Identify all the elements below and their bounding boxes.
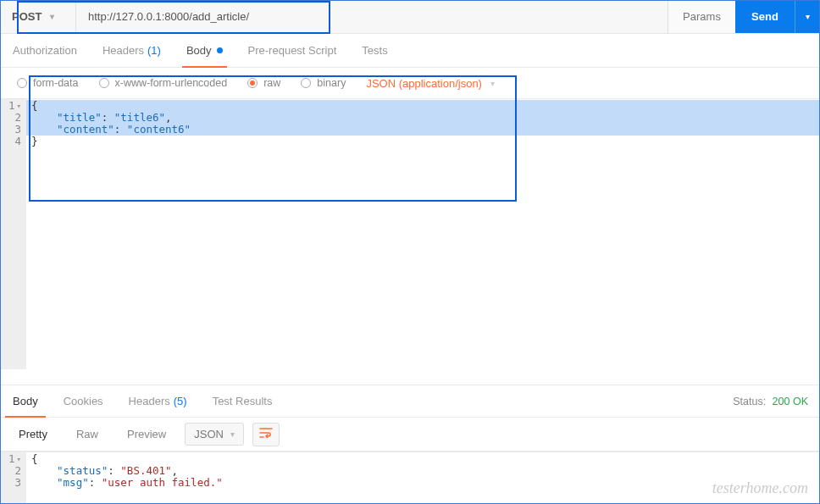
fold-icon: ▾ xyxy=(17,100,21,112)
response-format-select[interactable]: JSON ▾ xyxy=(185,423,244,446)
radio-label: raw xyxy=(263,77,280,89)
body-type-row: form-data x-www-form-urlencoded raw bina… xyxy=(0,68,820,98)
radio-label: x-www-form-urlencoded xyxy=(115,77,228,89)
request-tabs: Authorization Headers (1) Body Pre-reque… xyxy=(0,34,820,68)
tab-headers-label: Headers xyxy=(102,44,144,57)
content-type-select[interactable]: JSON (application/json) ▾ xyxy=(357,77,503,90)
chevron-down-icon: ▾ xyxy=(230,429,235,439)
radio-form-data[interactable]: form-data xyxy=(8,77,87,89)
tab-authorization[interactable]: Authorization xyxy=(0,34,90,67)
code-area[interactable]: { "status": "BS.401", "msg": "user auth … xyxy=(26,452,820,504)
radio-label: binary xyxy=(317,77,346,89)
send-button[interactable]: Send xyxy=(735,0,795,33)
code-text: "title" xyxy=(57,111,102,124)
resp-tab-body[interactable]: Body xyxy=(0,385,51,417)
response-view-row: Pretty Raw Preview JSON ▾ xyxy=(0,418,820,451)
code-text: "user auth failed." xyxy=(102,476,223,489)
tab-tests[interactable]: Tests xyxy=(349,34,400,67)
radio-icon xyxy=(99,78,109,88)
radio-binary[interactable]: binary xyxy=(292,77,354,89)
chevron-down-icon: ▾ xyxy=(50,12,54,21)
radio-icon xyxy=(17,78,27,88)
wrap-lines-button[interactable] xyxy=(252,423,280,446)
send-dropdown[interactable]: ▾ xyxy=(795,0,820,33)
chevron-down-icon: ▾ xyxy=(806,12,810,21)
radio-urlencoded[interactable]: x-www-form-urlencoded xyxy=(91,77,236,89)
tab-body-label: Body xyxy=(186,44,212,57)
code-text: "content6" xyxy=(127,123,191,136)
response-panel: Body Cookies Headers (5) Test Results St… xyxy=(0,385,820,504)
tab-headers[interactable]: Headers (1) xyxy=(90,34,174,67)
status-display: Status: 200 OK xyxy=(733,396,820,407)
resp-tab-headers[interactable]: Headers (5) xyxy=(116,385,200,417)
radio-raw[interactable]: raw xyxy=(239,77,289,89)
chevron-down-icon: ▾ xyxy=(490,79,495,88)
code-text: "title6" xyxy=(114,111,165,124)
tab-body[interactable]: Body xyxy=(174,34,235,67)
view-preview[interactable]: Preview xyxy=(117,423,176,446)
status-label: Status: xyxy=(733,396,766,407)
line-gutter: 1▾ 2 3 xyxy=(0,452,26,504)
code-text: { xyxy=(31,452,38,465)
tab-prerequest[interactable]: Pre-request Script xyxy=(235,34,350,67)
code-text: "content" xyxy=(57,123,114,136)
unsaved-dot-icon xyxy=(217,47,223,53)
radio-icon xyxy=(247,78,258,88)
code-text: { xyxy=(31,99,38,112)
radio-icon xyxy=(301,78,311,88)
headers-count: (1) xyxy=(147,44,161,57)
resp-tab-test-results[interactable]: Test Results xyxy=(200,385,285,417)
resp-tab-headers-label: Headers xyxy=(129,395,170,407)
response-body-editor[interactable]: 1▾ 2 3 { "status": "BS.401", "msg": "use… xyxy=(0,451,820,504)
wrap-icon xyxy=(259,428,273,440)
code-area[interactable]: { "title": "title6", "content": "content… xyxy=(26,99,820,369)
line-gutter: 1▾ 2 3 4 xyxy=(0,99,26,369)
resp-tab-cookies[interactable]: Cookies xyxy=(51,385,116,417)
resp-headers-count: (5) xyxy=(174,395,187,407)
content-type-label: JSON (application/json) xyxy=(366,77,482,90)
method-select[interactable]: POST ▾ xyxy=(0,0,76,33)
view-pretty[interactable]: Pretty xyxy=(8,423,58,446)
radio-label: form-data xyxy=(33,77,79,89)
code-text: } xyxy=(31,135,38,147)
params-button[interactable]: Params xyxy=(668,0,735,33)
method-label: POST xyxy=(12,10,42,23)
format-label: JSON xyxy=(194,428,224,440)
request-bar: POST ▾ Params Send ▾ xyxy=(0,0,820,34)
view-raw[interactable]: Raw xyxy=(66,423,108,446)
code-text: "msg" xyxy=(57,476,89,489)
status-value: 200 OK xyxy=(773,396,808,407)
response-tabs: Body Cookies Headers (5) Test Results St… xyxy=(0,385,820,418)
code-text: "status" xyxy=(57,464,108,477)
fold-icon: ▾ xyxy=(17,453,21,465)
request-body-editor[interactable]: 1▾ 2 3 4 { "title": "title6", "content":… xyxy=(0,98,820,369)
code-text: "BS.401" xyxy=(120,464,171,477)
url-input[interactable] xyxy=(76,0,668,33)
